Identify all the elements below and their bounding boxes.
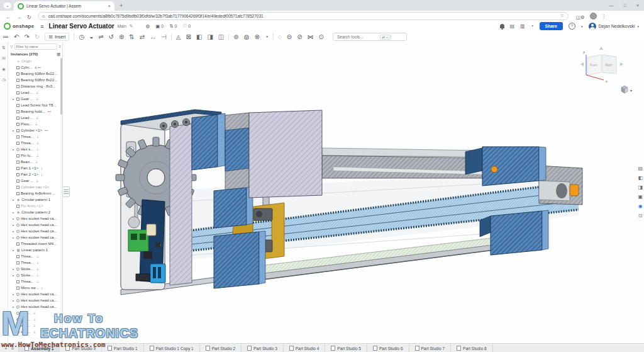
instance-row[interactable]: Threa...⊥ xyxy=(9,140,60,146)
sync-icon[interactable]: ↻ xyxy=(32,32,42,42)
actuator-model[interactable] xyxy=(116,110,582,295)
section-icon[interactable]: ◧ xyxy=(194,32,204,42)
element-tab[interactable]: Part Studio 4 xyxy=(284,344,326,352)
swap-icon[interactable]: ⇄ xyxy=(137,32,147,42)
bookmark-icon[interactable]: ☆ xyxy=(560,13,564,18)
browser-profile-avatar[interactable] xyxy=(590,13,597,20)
pattern-icon[interactable]: ◬ xyxy=(174,32,184,42)
interference-icon[interactable]: ⊗ xyxy=(252,32,262,42)
translate-icon[interactable]: ⇅ xyxy=(126,32,136,42)
share-button[interactable]: Share xyxy=(540,22,563,30)
minimize-icon[interactable]: — xyxy=(604,0,619,11)
notifications-icon[interactable] xyxy=(500,24,504,28)
expand-chevron-icon[interactable]: ▸ xyxy=(13,274,15,277)
instance-row[interactable]: Bearing hold...⊷ xyxy=(9,108,60,115)
history-icon[interactable]: ◷ xyxy=(2,77,6,82)
instance-row[interactable]: ▸Cylinder <1>⊷ xyxy=(9,127,60,133)
instance-row[interactable]: Threa...⊥ xyxy=(9,278,60,285)
expand-chevron-icon[interactable]: ▸ xyxy=(13,293,15,296)
explode-icon[interactable]: ⊠ xyxy=(184,32,194,42)
comments-icon[interactable]: ✉ xyxy=(2,56,6,61)
instance-row[interactable]: Bearing 4x8x4mm ... xyxy=(9,190,60,196)
address-bar[interactable]: ⊙ cad.onshape.com/documents/a8fb0c7675d9… xyxy=(38,12,569,20)
expand-chevron-icon[interactable]: ▸ xyxy=(13,129,15,132)
maximize-icon[interactable]: □ xyxy=(619,0,631,11)
revolute-icon[interactable]: ↺ xyxy=(106,32,116,42)
instance-row[interactable]: Pisto...⊥ xyxy=(9,121,60,127)
side-panel-icon[interactable]: ◫ xyxy=(576,14,580,20)
workspace-label[interactable]: Main xyxy=(118,24,126,28)
onshape-logo[interactable]: onshape xyxy=(4,23,34,30)
group-mate-icon[interactable]: ◒ xyxy=(87,32,96,42)
expand-chevron-icon[interactable]: ▸ xyxy=(13,198,15,202)
filter-input[interactable] xyxy=(14,43,58,50)
element-tab[interactable]: Part Studio 1 Copy 1 xyxy=(144,344,200,352)
instance-row[interactable]: Cylin...≡⊷ xyxy=(9,64,60,71)
panels-icon[interactable]: ▤ xyxy=(510,23,515,29)
instance-row[interactable]: ▸◈Circular pattern 1 xyxy=(9,196,60,203)
tool-search[interactable]: alt + / xyxy=(333,33,407,41)
element-tab[interactable]: Part Studio 7 xyxy=(409,344,452,352)
instance-row[interactable]: Threa...⊥ xyxy=(9,259,60,266)
instance-row[interactable]: Cylinder cap <1> xyxy=(9,184,60,190)
instances-panel-icon[interactable]: ▥ xyxy=(57,52,60,56)
bom-icon[interactable]: ⊚ xyxy=(231,32,241,42)
expand-chevron-icon[interactable]: ▸ xyxy=(13,217,15,220)
user-menu[interactable]: Dejan Nedelkovski ▾ xyxy=(589,23,640,30)
instance-row[interactable]: Hex...⊥ xyxy=(9,322,60,329)
assembly-features-icon[interactable]: ≔ xyxy=(0,32,11,42)
structure-icon[interactable]: ◍ xyxy=(242,32,252,42)
list-options-icon[interactable]: ≡ xyxy=(58,45,61,48)
expand-chevron-icon[interactable]: ▸ xyxy=(13,299,15,302)
expand-chevron-icon[interactable]: ▸ xyxy=(13,98,15,101)
element-tab[interactable]: Part Studio 2 xyxy=(200,344,242,352)
element-tab[interactable]: Part Studio 9 xyxy=(60,344,102,352)
instance-row[interactable]: Threaded insert M4... xyxy=(9,241,60,247)
expand-chevron-icon[interactable]: ▸ xyxy=(13,236,15,239)
element-tab[interactable]: Assembly 1 xyxy=(19,344,60,352)
element-tab[interactable]: Part Studio 3 xyxy=(242,344,284,352)
appearance-icon[interactable]: ◨ xyxy=(204,32,215,42)
insert-button[interactable]: ⊞ Insert xyxy=(45,33,69,41)
forward-icon[interactable]: → xyxy=(16,14,21,20)
instance-row[interactable]: ▸Gear ...⊥ xyxy=(9,96,60,102)
graphics-area[interactable]: ▤◧◨▣◉⊡ Front Right z x ▾ xyxy=(63,42,644,343)
view-menu-caret-icon[interactable]: ▾ xyxy=(630,89,632,93)
expand-chevron-icon[interactable]: ▸ xyxy=(13,148,15,151)
expand-chevron-icon[interactable]: ▸ xyxy=(13,211,15,214)
instance-row[interactable]: ▸◈Circular pattern 2 xyxy=(9,209,60,215)
instance-row[interactable]: Part 1 <1>↨ xyxy=(9,165,60,171)
instance-row[interactable]: Pin fo...⊥ xyxy=(9,152,60,159)
display-icon[interactable]: ◫ xyxy=(216,32,226,42)
main-menu-icon[interactable]: ≡ xyxy=(40,23,43,30)
copies-count[interactable]: ▣0 xyxy=(155,23,164,29)
view-menu-cube-icon[interactable]: ▾ xyxy=(621,86,632,93)
instance-row[interactable]: Pin 4mm <1> xyxy=(9,203,60,209)
instance-row[interactable]: ▸Hex socket head ca... xyxy=(9,234,60,241)
visibility-icon[interactable]: ◍ xyxy=(146,23,150,29)
view-cube[interactable]: Front Right z x ▾ xyxy=(579,45,636,95)
help-icon[interactable]: ? xyxy=(569,23,575,30)
mate-icon[interactable]: ◷ xyxy=(76,32,87,42)
site-settings-icon[interactable]: ⊙ xyxy=(42,14,45,18)
instance-row[interactable]: Hex...⊥ xyxy=(9,316,60,322)
extensions-icon[interactable]: ⚙ xyxy=(580,14,585,20)
instance-row[interactable]: ▸Hex socket head ca... xyxy=(9,304,60,310)
browser-menu-icon[interactable]: ⋮ xyxy=(602,13,607,19)
add-tab-icon[interactable]: + xyxy=(4,346,8,351)
assembly-3d-view[interactable] xyxy=(63,42,644,343)
document-title[interactable]: Linear Servo Actuator xyxy=(49,23,114,30)
bom-panel-icon[interactable]: ▤ xyxy=(638,166,643,171)
instance-row[interactable]: +Origin xyxy=(9,58,60,64)
instance-row[interactable]: Threa...⊥ xyxy=(9,253,60,259)
named-views-icon[interactable]: ⊙ xyxy=(316,32,326,42)
section-panel-icon[interactable]: ◧ xyxy=(638,175,643,181)
instance-row[interactable]: Gear ...⊥ xyxy=(9,178,60,184)
edit-title-icon[interactable]: ✎ xyxy=(130,24,133,29)
motor-cut-face[interactable] xyxy=(249,110,322,198)
new-tab-icon[interactable]: + xyxy=(119,3,123,9)
instance-row[interactable]: Micro sw...↨ xyxy=(9,285,60,291)
instance-row[interactable]: Lead ...⊥ xyxy=(9,89,60,96)
instance-row[interactable]: ▸▦Linear pattern 1 xyxy=(9,247,60,253)
filter-icon[interactable]: ▽ xyxy=(10,44,13,48)
